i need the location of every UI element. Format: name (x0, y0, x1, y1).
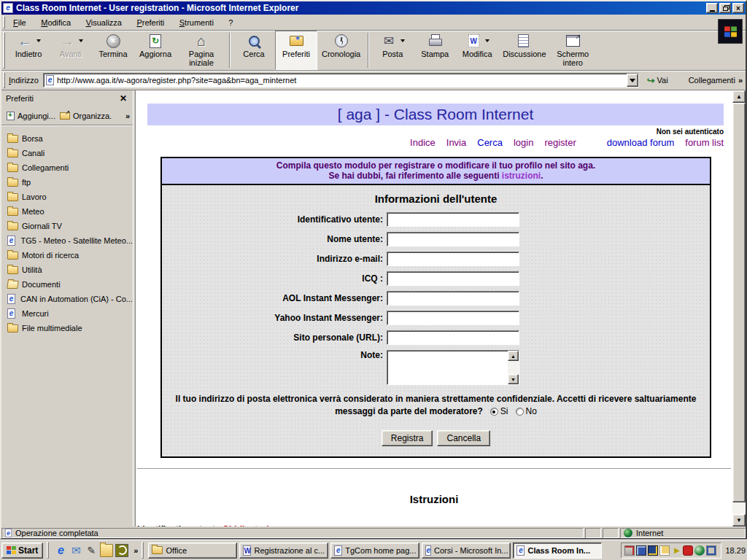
start-button[interactable]: Start (1, 542, 43, 559)
forum-list-link[interactable]: forum list (685, 137, 724, 148)
history-button[interactable]: Cronologia (317, 31, 365, 70)
stop-button[interactable]: Termina (92, 31, 134, 70)
yahoo-instant-messenger-input[interactable] (387, 311, 519, 325)
-menu[interactable]: ? (222, 16, 239, 29)
favorite-item[interactable]: Utilità (1, 262, 133, 277)
modifica-menu[interactable]: Modifica (35, 16, 77, 29)
favorite-item[interactable]: Borsa (1, 131, 133, 146)
taskbar-grip[interactable] (142, 542, 144, 559)
cancella-button[interactable]: Cancella (437, 430, 490, 446)
address-dropdown-button[interactable] (627, 74, 638, 87)
favorite-item[interactable]: Motori di ricerca (1, 248, 133, 262)
content-scrollbar[interactable]: ▲ ▼ (732, 90, 746, 526)
chevron-down-icon[interactable] (36, 39, 41, 42)
edit-button[interactable]: Modifica (456, 31, 498, 70)
graphics-tray-icon[interactable] (648, 545, 658, 556)
favorite-item[interactable]: Lavoro (1, 190, 133, 204)
outlook-express-quicklaunch-icon[interactable] (69, 544, 82, 557)
channels-quicklaunch-icon[interactable] (115, 544, 128, 557)
invia-link[interactable]: Invia (446, 137, 466, 148)
favorite-item[interactable]: Giornali TV (1, 219, 133, 233)
indice-link[interactable]: Indice (410, 137, 436, 148)
go-button[interactable]: ↪ Vai (642, 74, 673, 88)
favorites-button[interactable]: Preferiti (275, 31, 317, 70)
istruzioni-link[interactable]: istruzioni (502, 171, 541, 181)
favorites-close-icon[interactable]: ✕ (118, 93, 128, 104)
task-button[interactable]: Class Room In... (513, 542, 602, 559)
download-forum-link[interactable]: download forum (607, 137, 675, 148)
indirizzo-e-mail-input[interactable] (387, 252, 519, 266)
taskbar-grip[interactable] (47, 542, 49, 559)
scrollbar-thumb[interactable] (732, 103, 746, 502)
registra-button[interactable]: Registra (382, 430, 433, 446)
sito-personale-url-input[interactable] (387, 330, 519, 345)
links-button[interactable]: Collegamenti » (683, 74, 746, 87)
discussion-button[interactable]: Discussione (498, 31, 548, 70)
favorite-item[interactable]: File multimediale (1, 321, 133, 335)
minimize-button[interactable] (706, 3, 718, 13)
task-button[interactable]: TgCom home pag... (330, 542, 419, 559)
folder-quicklaunch-icon[interactable] (100, 544, 113, 557)
scroll-down-icon[interactable]: ▼ (732, 514, 746, 526)
search-button[interactable]: Cerca (233, 31, 275, 70)
strumenti-menu[interactable]: Strumenti (174, 16, 220, 29)
scroll-up-icon[interactable]: ▲ (732, 90, 746, 103)
visualizza-menu[interactable]: Visualizza (80, 16, 128, 29)
register-link[interactable]: register (544, 137, 576, 148)
chevron-more-icon[interactable]: » (125, 112, 130, 120)
task-button[interactable]: Office (148, 542, 237, 559)
favorite-item[interactable]: ftp (1, 175, 133, 190)
globe-tray-icon[interactable] (694, 545, 705, 556)
refresh-button[interactable]: Aggiorna (134, 31, 177, 70)
cerca-link[interactable]: Cerca (477, 137, 503, 148)
scroll-up-icon[interactable]: ▲ (508, 351, 519, 361)
scroll-down-icon[interactable]: ▼ (508, 374, 519, 384)
favorite-item[interactable]: CAN in Automation (CiA) - Co... (1, 292, 133, 306)
organize-favorites-button[interactable]: Organizza. (58, 110, 114, 122)
favorite-item[interactable]: Canali (1, 146, 133, 160)
display-tray-icon[interactable] (636, 545, 646, 556)
note-textarea[interactable]: ▲ ▼ (387, 350, 519, 385)
file-menu[interactable]: File (7, 16, 32, 29)
forward-button[interactable]: Avanti (50, 31, 92, 70)
back-button[interactable]: Indietro (7, 31, 50, 70)
radio-no[interactable] (516, 408, 524, 416)
chevron-down-icon[interactable] (400, 39, 405, 42)
nome-utente-input[interactable] (387, 232, 519, 246)
chevron-down-icon[interactable] (485, 39, 489, 42)
chevron-more-icon[interactable]: » (133, 546, 138, 555)
close-button[interactable]: × (732, 3, 744, 13)
favorite-item[interactable]: TG5 - Meteo - Satellite Meteo... (1, 233, 133, 248)
restore-button[interactable] (719, 3, 731, 13)
toolbar-grip[interactable] (3, 32, 5, 69)
aol-instant-messenger-input[interactable] (387, 291, 519, 306)
icq-input[interactable] (387, 271, 519, 286)
ati-tray-icon[interactable] (683, 545, 693, 556)
favorite-item[interactable]: Collegamenti (1, 160, 133, 175)
favorite-item[interactable]: Mercuri (1, 306, 133, 321)
address-input[interactable]: http://www.aga.it/w-agora/register.php?s… (43, 73, 639, 88)
textarea-scrollbar[interactable]: ▲ ▼ (508, 351, 519, 384)
accessibility-tray-icon[interactable] (659, 545, 670, 556)
radio-si[interactable] (490, 408, 498, 416)
favorite-item[interactable]: Meteo (1, 204, 133, 219)
print-button[interactable]: Stampa (414, 31, 456, 70)
chevron-down-icon[interactable] (79, 39, 83, 42)
pen-quicklaunch-icon[interactable] (85, 544, 98, 557)
preferiti-menu[interactable]: Preferiti (131, 16, 170, 29)
mail-button[interactable]: Posta (371, 31, 414, 70)
task-button[interactable]: Corsi - Microsoft In... (422, 542, 511, 559)
menu-grip[interactable] (3, 16, 5, 28)
scheduler-tray-icon[interactable] (624, 545, 635, 556)
ie-quicklaunch-icon[interactable] (54, 544, 67, 557)
addressbar-grip[interactable] (3, 72, 5, 88)
identificativo-utente-input[interactable] (387, 212, 519, 227)
favorite-item[interactable]: Documenti (1, 277, 133, 292)
login-link[interactable]: login (514, 137, 533, 148)
fullscreen-button[interactable]: Schermo intero (548, 31, 597, 70)
home-button[interactable]: Pagina iniziale (177, 31, 226, 70)
network-tray-icon[interactable] (706, 545, 716, 556)
add-favorite-button[interactable]: Aggiungi... (4, 110, 58, 122)
volume-tray-icon[interactable] (671, 545, 681, 556)
task-button[interactable]: Registrazione al c... (239, 542, 328, 559)
